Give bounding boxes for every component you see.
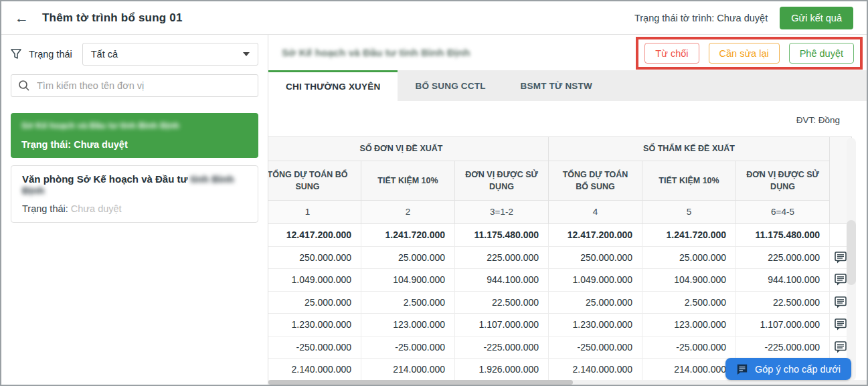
col-header: ĐƠN VỊ ĐƯỢC SỬ DỤNG bbox=[736, 161, 830, 201]
caret-down-icon bbox=[243, 52, 250, 56]
sidebar: Trạng thái Tất cả Sở Kế hoạch và Đầu tư … bbox=[1, 35, 268, 385]
amount-cell: -25.000.000 bbox=[361, 336, 455, 359]
tab-bsmt-tu-nstw[interactable]: BSMT TỪ NSTW bbox=[503, 70, 610, 101]
amount-cell: 123.000.000 bbox=[642, 314, 736, 336]
topbar-right: Trạng thái tờ trình: Chưa duyệt Gửi kết … bbox=[634, 7, 853, 29]
amount-cell: 1.107.000.000 bbox=[455, 314, 549, 336]
amount-cell: -225.000.000 bbox=[736, 336, 830, 359]
col-header: TỔNG DỰ TOÁN BỔ SUNG bbox=[268, 161, 361, 201]
status-filter-label: Trạng thái bbox=[29, 49, 72, 60]
top-bar: ← Thêm tờ trình bổ sung 01 Trạng thái tờ… bbox=[1, 1, 867, 35]
amount-cell: 25.000.000 bbox=[642, 246, 736, 269]
amount-cell: 12.417.200.000 bbox=[549, 224, 642, 247]
amount-cell: 1.107.000.000 bbox=[736, 314, 830, 336]
approve-button[interactable]: Phê duyệt bbox=[789, 43, 854, 64]
org-status: Trạng thái: Chưa duyệt bbox=[22, 203, 247, 214]
col-number: 1 bbox=[268, 201, 361, 224]
amount-cell: 25.000.000 bbox=[361, 246, 455, 269]
comment-icon[interactable] bbox=[834, 296, 847, 309]
org-status-value: Chưa duyệt bbox=[74, 139, 128, 150]
org-title-redacted: Sở Kế hoạch và Đầu tư tỉnh Bình Định bbox=[282, 47, 470, 59]
amount-cell: -250.000.000 bbox=[549, 336, 642, 359]
org-status-label: Trạng thái: bbox=[21, 139, 71, 150]
tab-bo-sung-cctl[interactable]: BỔ SUNG CCTL bbox=[398, 70, 503, 101]
budget-table: SỐ ĐƠN VỊ ĐỀ XUẤT SỐ THẨM KẾ ĐỀ XUẤT TỔN… bbox=[268, 136, 852, 381]
tab-chi-thuong-xuyen[interactable]: CHI THƯỜNG XUYÊN bbox=[268, 70, 398, 101]
amount-cell: -250.000.000 bbox=[268, 336, 361, 359]
comment-icon bbox=[736, 363, 748, 375]
amount-cell: 1.049.000.000 bbox=[268, 269, 361, 292]
horizontal-scrollbar-thumb[interactable] bbox=[268, 380, 573, 385]
table-group-header-row: SỐ ĐƠN VỊ ĐỀ XUẤT SỐ THẨM KẾ ĐỀ XUẤT bbox=[268, 137, 852, 161]
main-header: Sở Kế hoạch và Đầu tư tỉnh Bình Định Từ … bbox=[268, 35, 867, 70]
comment-icon[interactable] bbox=[834, 341, 847, 354]
amount-cell: 250.000.000 bbox=[549, 246, 642, 269]
org-name-plain: Văn phòng Sở Kế hoạch và Đầu tư bbox=[22, 173, 191, 185]
amount-cell: 25.000.000 bbox=[268, 291, 361, 314]
table-column-header-row: TỔNG DỰ TOÁN BỔ SUNG TIẾT KIỆM 10% ĐƠN V… bbox=[268, 161, 852, 201]
amount-cell: 225.000.000 bbox=[736, 246, 830, 269]
amount-cell: 22.500.000 bbox=[736, 291, 830, 314]
amount-cell: 104.900.000 bbox=[642, 269, 736, 292]
table-row: 12.417.200.0001.241.720.00011.175.480.00… bbox=[268, 224, 852, 247]
org-status: Trạng thái: Chưa duyệt bbox=[21, 139, 248, 150]
comment-icon[interactable] bbox=[834, 273, 847, 286]
table-row: 1.049.000.000104.900.000944.100.0001.049… bbox=[268, 269, 852, 292]
group-header-unit-proposed: SỐ ĐƠN VỊ ĐỀ XUẤT bbox=[268, 137, 549, 161]
amount-cell: -25.000.000 bbox=[642, 336, 736, 359]
status-filter-select[interactable]: Tất cả bbox=[82, 43, 258, 66]
amount-cell: 12.417.200.000 bbox=[268, 224, 361, 247]
search-icon bbox=[18, 80, 30, 92]
amount-cell: 11.175.480.000 bbox=[736, 224, 830, 247]
amount-cell: 2.500.000 bbox=[642, 291, 736, 314]
main-panel: Sở Kế hoạch và Đầu tư tỉnh Bình Định Từ … bbox=[268, 35, 867, 385]
amount-cell: 944.100.000 bbox=[455, 269, 549, 292]
amount-cell: 2.500.000 bbox=[361, 291, 455, 314]
amount-cell: 1.049.000.000 bbox=[549, 269, 642, 292]
amount-cell: 25.000.000 bbox=[549, 291, 642, 314]
amount-cell: 2.140.000.000 bbox=[268, 359, 361, 381]
amount-cell: 11.175.480.000 bbox=[455, 224, 549, 247]
col-header: TIẾT KIỆM 10% bbox=[361, 161, 455, 201]
feedback-to-subordinate-button[interactable]: Góp ý cho cấp dưới bbox=[725, 358, 851, 380]
amount-cell: 1.241.720.000 bbox=[361, 224, 455, 247]
org-list-item[interactable]: Văn phòng Sở Kế hoạch và Đầu tư tỉnh Bìn… bbox=[11, 165, 258, 223]
col-header: ĐƠN VỊ ĐƯỢC SỬ DỤNG bbox=[455, 161, 549, 201]
table-body: 12.417.200.0001.241.720.00011.175.480.00… bbox=[268, 224, 852, 381]
comment-icon[interactable] bbox=[834, 251, 847, 264]
amount-cell: 225.000.000 bbox=[455, 246, 549, 269]
amount-cell: 104.900.000 bbox=[361, 269, 455, 292]
org-name: Văn phòng Sở Kế hoạch và Đầu tư tỉnh Bìn… bbox=[22, 173, 247, 196]
amount-cell: 944.100.000 bbox=[736, 269, 830, 292]
col-number: 5 bbox=[642, 201, 736, 224]
page-title: Thêm tờ trình bổ sung 01 bbox=[42, 11, 183, 25]
col-number: 2 bbox=[361, 201, 455, 224]
comment-icon[interactable] bbox=[834, 318, 847, 331]
amount-cell: 250.000.000 bbox=[268, 246, 361, 269]
amount-cell: 2.140.000.000 bbox=[549, 359, 642, 381]
request-revision-button[interactable]: Cần sửa lại bbox=[709, 43, 780, 64]
table-row: 250.000.00025.000.000225.000.000250.000.… bbox=[268, 246, 852, 269]
vertical-scrollbar[interactable] bbox=[847, 138, 856, 381]
status-filter-row: Trạng thái Tất cả bbox=[1, 43, 268, 66]
horizontal-scrollbar[interactable] bbox=[268, 380, 867, 385]
unit-search-input[interactable] bbox=[37, 80, 251, 91]
amount-cell: 1.230.000.000 bbox=[268, 314, 361, 336]
table-viewport: SỐ ĐƠN VỊ ĐỀ XUẤT SỐ THẨM KẾ ĐỀ XUẤT TỔN… bbox=[268, 136, 867, 385]
back-arrow-icon[interactable]: ← bbox=[15, 11, 29, 25]
org-name-redacted: Sở Kế hoạch và Đầu tư tỉnh Bình Định bbox=[21, 120, 248, 130]
send-result-button[interactable]: Gửi kết quả bbox=[780, 7, 853, 29]
amount-cell: 1.241.720.000 bbox=[642, 224, 736, 247]
table-row: 1.230.000.000123.000.0001.107.000.0001.2… bbox=[268, 314, 852, 336]
col-number: 3=1-2 bbox=[455, 201, 549, 224]
col-number: 4 bbox=[549, 201, 642, 224]
vertical-scrollbar-thumb[interactable] bbox=[847, 220, 856, 285]
org-list-item-selected[interactable]: Sở Kế hoạch và Đầu tư tỉnh Bình Định Trạ… bbox=[11, 113, 258, 158]
reject-button[interactable]: Từ chối bbox=[644, 43, 699, 64]
group-header-reviewer-proposed: SỐ THẨM KẾ ĐỀ XUẤT bbox=[549, 137, 830, 161]
filter-icon bbox=[11, 49, 21, 60]
amount-cell: 123.000.000 bbox=[361, 314, 455, 336]
table-column-number-row: 1 2 3=1-2 4 5 6=4-5 bbox=[268, 201, 852, 224]
action-annotation-box: Từ chối Cần sửa lại Phê duyệt bbox=[636, 37, 863, 70]
tab-bar: CHI THƯỜNG XUYÊN BỔ SUNG CCTL BSMT TỪ NS… bbox=[268, 70, 867, 101]
